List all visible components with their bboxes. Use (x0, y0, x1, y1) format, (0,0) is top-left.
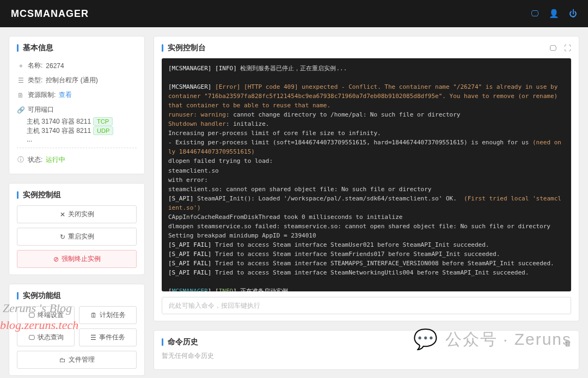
close-button[interactable]: ✕关闭实例 (17, 205, 137, 223)
stop-icon: ⊘ (53, 255, 59, 263)
sched-button[interactable]: 🗓计划任务 (79, 306, 137, 324)
close-icon: ✕ (60, 211, 65, 218)
function-title: 实例功能组 (17, 291, 137, 301)
reload-icon: ↻ (60, 233, 65, 241)
power-icon[interactable]: ⏻ (569, 9, 577, 19)
app-header: MCSMANAGER 🖵 👤 ⏻ (0, 0, 588, 27)
control-title: 实例控制组 (17, 190, 137, 200)
command-input[interactable] (162, 297, 571, 314)
restart-button[interactable]: ↻重启实例 (17, 228, 137, 246)
screen-icon[interactable]: 🖵 (549, 44, 556, 52)
info-icon: ⓘ (17, 155, 24, 164)
basic-info-title: 基本信息 (17, 43, 137, 53)
fullscreen-icon[interactable]: ⛶ (564, 44, 571, 52)
monitor-icon[interactable]: 🖵 (531, 9, 539, 19)
folder-icon: 🗀 (59, 356, 66, 364)
tcp-tag: TCP (93, 117, 113, 126)
history-card: 命令历史 🗑 暂无任何命令历史 (154, 330, 579, 370)
view-limit-link[interactable]: 查看 (59, 90, 72, 100)
term-button[interactable]: 🖵终端设置 (17, 306, 75, 324)
basic-info-card: 基本信息 ⌖名称: 26274 ☰类型: 控制台程序 (通用) 🗎资源限制: 查… (9, 36, 145, 174)
user-icon[interactable]: 👤 (549, 9, 559, 19)
event-icon: ☰ (90, 334, 96, 342)
console-title: 实例控制台 (162, 43, 206, 53)
list-icon: ☰ (17, 77, 24, 84)
kill-button[interactable]: ⊘强制终止实例 (17, 250, 137, 268)
monitor-icon: 🖵 (28, 334, 35, 342)
history-title: 命令历史 (162, 337, 198, 347)
status-button[interactable]: 🖵状态查询 (17, 328, 75, 346)
calendar-icon: 🗓 (90, 312, 97, 319)
console-output[interactable]: [MCSMANAGER] [INFO] 检测到服务器已停止，正在重启实例... … (162, 58, 571, 291)
logo: MCSMANAGER (11, 8, 89, 20)
history-empty: 暂无任何命令历史 (162, 349, 571, 363)
file-button[interactable]: 🗀文件管理 (17, 351, 137, 369)
tag-icon: ⌖ (17, 62, 24, 70)
control-card: 实例控制组 ✕关闭实例 ↻重启实例 ⊘强制终止实例 (9, 183, 145, 275)
link-icon: 🔗 (17, 106, 24, 114)
terminal-icon: 🖵 (28, 312, 35, 319)
function-card: 实例功能组 🖵终端设置 🗓计划任务 🖵状态查询 ☰事件任务 🗀文件管理 (9, 284, 145, 376)
event-button[interactable]: ☰事件任务 (79, 328, 137, 346)
doc-icon: 🗎 (17, 92, 24, 99)
udp-tag: UDP (93, 126, 113, 135)
status-value: 运行中 (46, 155, 65, 164)
trash-icon[interactable]: 🗑 (564, 339, 571, 347)
console-card: 实例控制台 🖵 ⛶ [MCSMANAGER] [INFO] 检测到服务器已停止，… (154, 36, 579, 321)
header-actions: 🖵 👤 ⏻ (531, 9, 577, 19)
